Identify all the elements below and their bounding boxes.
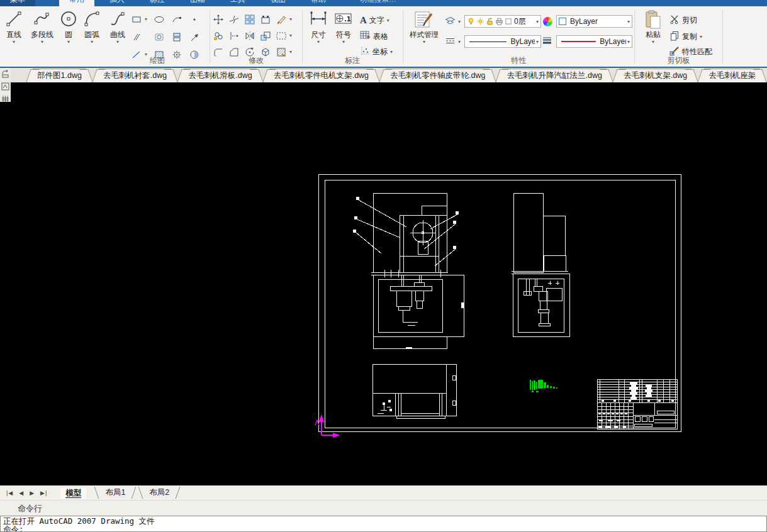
layer-tool-button[interactable]: ▾ [445, 15, 461, 28]
rectangle-tool[interactable] [130, 13, 143, 26]
view-side [513, 193, 566, 272]
extend-tool[interactable] [227, 29, 241, 43]
quick-frame-icon[interactable] [1, 82, 9, 93]
ribbon-tab-sheet[interactable]: 图幅 [180, 0, 215, 6]
drawing-canvas[interactable] [0, 82, 767, 485]
layout-tab-model[interactable]: 模型 [60, 487, 86, 499]
ribbon-tab-help[interactable]: 帮助 [301, 0, 336, 6]
quick-filter-icon[interactable] [1, 94, 9, 106]
linetype-icon [445, 36, 456, 48]
curve-tool[interactable] [170, 13, 184, 26]
lineweight-icon [542, 36, 552, 48]
block-tool[interactable] [170, 30, 184, 44]
parallel-tool[interactable] [130, 30, 143, 44]
layout-tab-layout2[interactable]: 布局2 [144, 487, 174, 499]
doc-tab-7[interactable]: 去毛刺机座架 [704, 69, 760, 82]
copy-object-tool[interactable] [211, 29, 225, 43]
layout-tab-layout1[interactable]: 布局1 [100, 487, 130, 499]
hatch-edit-dropdown[interactable]: ▾ [289, 49, 292, 55]
table-icon [360, 31, 371, 42]
break-tool[interactable] [227, 13, 241, 26]
last-layout-button[interactable]: ▶| [40, 490, 47, 496]
ribbon-tab-view[interactable]: 视图 [260, 0, 296, 6]
arrow-tool[interactable] [188, 30, 201, 44]
color-combo[interactable]: ByLayer ▾ [556, 15, 632, 28]
rectangle-dropdown[interactable]: ▾ [145, 16, 147, 22]
ribbon-tab-home[interactable]: 常用 [59, 0, 94, 6]
move-tool[interactable] [211, 13, 225, 26]
ribbon-tab-annotate[interactable]: 标注 [140, 0, 175, 6]
doc-tab-3[interactable]: 去毛刺机零件电机支架.dwg [269, 69, 373, 82]
erase-tool[interactable] [274, 13, 288, 26]
command-prompt-line: 命令: [3, 525, 766, 532]
style-manager-button[interactable]: 样式管理 ▾ [406, 8, 442, 58]
selection-dropdown[interactable]: ▾ [289, 33, 292, 38]
prev-layout-button[interactable]: ◀ [19, 490, 24, 496]
modify-panel-label: 修改 [210, 55, 302, 66]
menu-button[interactable]: 菜单 [0, 0, 35, 6]
circle-icon [59, 8, 78, 30]
draw-panel-label: 绘图 [129, 55, 186, 66]
cad-application-window: 菜单 常用 插入 标注 图幅 工具 视图 帮助 功能搜索… 直线 ▾ 多段线 ▾ [0, 0, 767, 532]
boundary-tool[interactable] [152, 30, 166, 44]
copy-button[interactable]: 复制 ▾ [669, 30, 702, 43]
spline-button[interactable]: 曲线 ▾ [106, 8, 130, 58]
lineweight-combo[interactable]: ByLayer ▾ [556, 35, 632, 48]
ribbon-tab-insert[interactable]: 插入 [99, 0, 135, 6]
line-button[interactable]: 直线 ▾ [3, 8, 25, 58]
quick-tools [0, 68, 11, 102]
doc-tab-6[interactable]: 去毛刺机支架.dwg [619, 69, 691, 82]
first-layout-button[interactable]: |◀ [6, 490, 13, 496]
dimension-icon [306, 8, 330, 30]
title-block [597, 379, 677, 429]
erase-dropdown[interactable]: ▾ [289, 16, 292, 22]
arc-button[interactable]: 圆弧 ▾ [79, 8, 104, 58]
layer-plot-icon [495, 17, 503, 26]
quick-annotation-icon[interactable] [1, 69, 9, 80]
table-button[interactable]: 表格 [360, 30, 388, 43]
mirror-tool[interactable] [243, 29, 257, 43]
circle-button[interactable]: 圆 ▾ [59, 8, 78, 58]
dimension-button[interactable]: 尺寸 ▾ [306, 8, 330, 58]
wipeout-tool[interactable] [188, 48, 201, 62]
doc-tab-1[interactable]: 去毛刺机衬套.dwg [99, 69, 171, 82]
command-input-area[interactable]: 正在打开 AutoCAD 2007 Drawing 文件 命令: [0, 516, 767, 532]
green-annotation [530, 380, 557, 392]
svg-text:.1: .1 [344, 16, 351, 23]
linetype-combo[interactable]: ByLayer ▾ [464, 35, 541, 48]
layer-combo[interactable]: 0层 ▾ [464, 15, 541, 28]
point-tool[interactable] [188, 13, 201, 26]
view-bottom [372, 364, 456, 418]
ribbon-tab-strip: 菜单 常用 插入 标注 图幅 工具 视图 帮助 功能搜索… [0, 0, 767, 6]
polyline-button[interactable]: 多段线 ▾ [26, 8, 58, 58]
layout-nav: |◀ ◀ ▶ ▶| [0, 490, 53, 496]
ribbon-tab-tools[interactable]: 工具 [220, 0, 255, 6]
scale-tool[interactable] [259, 29, 272, 43]
selection-tool[interactable] [274, 29, 288, 43]
paste-button[interactable]: 粘贴 ▾ [639, 8, 667, 58]
doc-tab-5[interactable]: 去毛刺机升降汽缸法兰.dwg [502, 69, 606, 82]
color-wheel-icon[interactable] [543, 17, 552, 26]
stretch-tool[interactable] [259, 13, 272, 26]
line-icon [3, 8, 25, 30]
view-section-left [371, 270, 464, 348]
linetype-tool-button[interactable]: ▾ [445, 35, 461, 48]
array-tool[interactable] [243, 13, 257, 26]
lineweight-tool-button[interactable] [542, 35, 552, 48]
doc-tab-2[interactable]: 去毛刺机滑板.dwg [184, 69, 256, 82]
doc-tab-0[interactable]: 部件图1.dwg [33, 69, 86, 82]
doc-tab-4[interactable]: 去毛刺机零件轴皮带轮.dwg [386, 69, 490, 82]
layer-color-swatch [505, 17, 513, 26]
ribbon: 直线 ▾ 多段线 ▾ 圆 ▾ 圆弧 ▾ [0, 6, 767, 68]
text-button[interactable]: A 文字 ▾ [360, 14, 389, 26]
symbol-button[interactable]: .1 符号 ▾ [332, 8, 356, 58]
function-search[interactable]: 功能搜索… [360, 0, 396, 4]
ellipse-tool[interactable] [152, 13, 166, 26]
spline-icon [106, 8, 130, 30]
layers-icon [445, 16, 456, 28]
copy-icon [669, 31, 680, 43]
cut-button[interactable]: 剪切 [669, 14, 697, 26]
paste-icon [639, 8, 667, 30]
linetype-preview [469, 42, 507, 42]
next-layout-button[interactable]: ▶ [30, 490, 35, 496]
